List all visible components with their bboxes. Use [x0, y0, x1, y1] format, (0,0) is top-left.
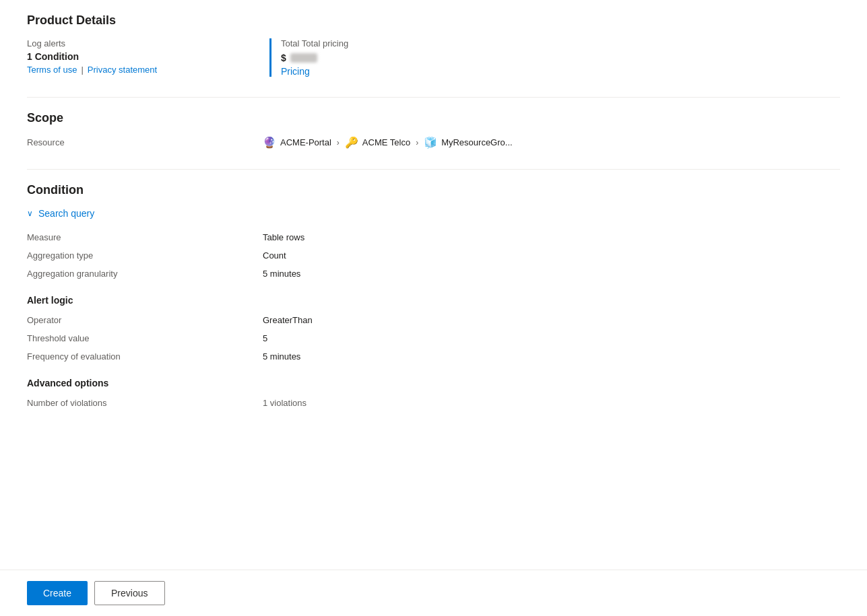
privacy-statement-link[interactable]: Privacy statement — [88, 65, 157, 75]
resource-item-1: 🔑 ACME Telco — [345, 136, 410, 149]
divider-1 — [27, 97, 840, 98]
alert-logic-section: Alert logic Operator GreaterThan Thresho… — [27, 295, 840, 362]
resource-group-icon: 🧊 — [424, 136, 437, 149]
aggregation-type-label: Aggregation type — [27, 250, 263, 261]
pricing-column: Total Total pricing $ Pricing — [269, 38, 840, 77]
resource-row: Resource 🔮 ACME-Portal › 🔑 ACME Telco › … — [27, 136, 840, 149]
measure-label: Measure — [27, 232, 263, 242]
footer-bar: Create Previous — [0, 570, 867, 616]
operator-label: Operator — [27, 315, 263, 325]
aggregation-granularity-value: 5 minutes — [263, 269, 840, 279]
price-amount-blurred — [290, 53, 317, 63]
acme-portal-label: ACME-Portal — [280, 137, 331, 147]
terms-of-use-link[interactable]: Terms of use — [27, 65, 77, 75]
divider-2 — [27, 169, 840, 170]
log-alerts-label: Log alerts — [27, 38, 263, 48]
condition-section: Condition ∨ Search query Measure Table r… — [27, 183, 840, 408]
resource-label: Resource — [27, 137, 263, 147]
measure-value: Table rows — [263, 232, 840, 242]
alert-logic-title: Alert logic — [27, 295, 840, 306]
scope-title: Scope — [27, 111, 840, 125]
frequency-value: 5 minutes — [263, 351, 840, 362]
aggregation-granularity-label: Aggregation granularity — [27, 269, 263, 279]
resource-item-0: 🔮 ACME-Portal — [263, 136, 331, 149]
price-symbol: $ — [281, 53, 286, 63]
link-separator: | — [81, 65, 83, 75]
chevron-icon-1: › — [337, 138, 340, 147]
acme-portal-icon: 🔮 — [263, 136, 276, 149]
condition-details-grid: Measure Table rows Aggregation type Coun… — [27, 232, 840, 279]
condition-title: Condition — [27, 183, 840, 197]
frequency-label: Frequency of evaluation — [27, 351, 263, 362]
search-query-row: ∨ Search query — [27, 208, 840, 219]
resource-chain: 🔮 ACME-Portal › 🔑 ACME Telco › 🧊 MyResou… — [263, 136, 513, 149]
number-violations-label: Number of violations — [27, 398, 263, 408]
aggregation-type-value: Count — [263, 250, 840, 261]
acme-telco-label: ACME Telco — [362, 137, 410, 147]
log-alerts-column: Log alerts 1 Condition Terms of use | Pr… — [27, 38, 263, 77]
resource-item-2: 🧊 MyResourceGro... — [424, 136, 512, 149]
number-violations-value: 1 violations — [263, 398, 840, 408]
pricing-link[interactable]: Pricing — [281, 66, 310, 77]
advanced-options-title: Advanced options — [27, 378, 840, 388]
previous-button[interactable]: Previous — [94, 581, 164, 605]
chevron-icon-2: › — [416, 138, 418, 147]
acme-telco-icon: 🔑 — [345, 136, 358, 149]
search-query-link[interactable]: Search query — [38, 208, 94, 219]
price-value: $ — [281, 53, 840, 63]
advanced-options-section: Advanced options Number of violations 1 … — [27, 378, 840, 408]
total-pricing-label: Total Total pricing — [281, 38, 840, 48]
threshold-value: 5 — [263, 333, 840, 343]
create-button[interactable]: Create — [27, 581, 88, 605]
operator-value: GreaterThan — [263, 315, 840, 325]
advanced-options-grid: Number of violations 1 violations — [27, 398, 840, 408]
resource-group-label: MyResourceGro... — [441, 137, 512, 147]
alert-logic-grid: Operator GreaterThan Threshold value 5 F… — [27, 315, 840, 362]
product-details-section: Product Details Log alerts 1 Condition T… — [27, 13, 840, 77]
product-details-title: Product Details — [27, 13, 840, 28]
threshold-label: Threshold value — [27, 333, 263, 343]
scope-section: Scope Resource 🔮 ACME-Portal › 🔑 ACME Te… — [27, 111, 840, 149]
collapse-icon[interactable]: ∨ — [27, 209, 33, 218]
condition-count: 1 Condition — [27, 51, 263, 62]
